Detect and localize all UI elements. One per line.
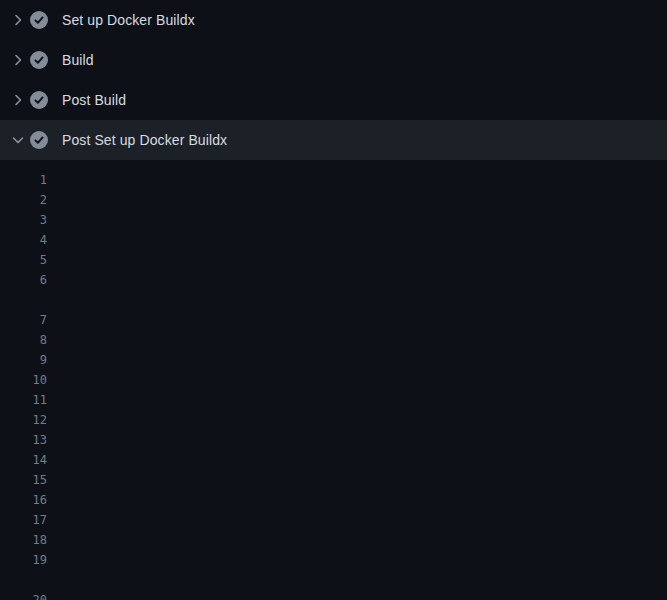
log-line: 9 time="2021-04-23T18:02:37Z" level=warn… xyxy=(0,350,667,370)
log-line: 2 ▼BuildKit container logs xyxy=(0,190,667,210)
line-number[interactable]: 6 xyxy=(0,270,47,290)
log-area: 1 Post job cleanup. 2 ▼BuildKit containe… xyxy=(0,160,667,600)
log-line: 19 time="2021-04-23T18:02:38Z" level=deb… xyxy=(0,550,667,570)
line-number[interactable]: 20 xyxy=(0,590,47,600)
workflow-log-viewer: Set up Docker Buildx Build Post Buil xyxy=(0,0,667,600)
step-label: Build xyxy=(62,52,94,68)
line-number[interactable]: 19 xyxy=(0,550,47,570)
steps-list: Set up Docker Buildx Build Post Buil xyxy=(0,0,667,160)
line-number[interactable]: 14 xyxy=(0,450,47,470)
log-line: 14 time="2021-04-23T18:02:38Z" level=deb… xyxy=(0,450,667,470)
log-line: linux/riscv64 linux/ppc64le linux/s390x … xyxy=(0,290,667,310)
log-line: 5 time="2021-04-23T18:02:37Z" level=warn… xyxy=(0,250,667,270)
log-line: 4 time="2021-04-23T18:02:37Z" level=info… xyxy=(0,230,667,250)
log-line: 12 time="2021-04-23T18:02:38Z" level=deb… xyxy=(0,410,667,430)
line-number[interactable]: 8 xyxy=(0,330,47,350)
log-line: 10 time="2021-04-23T18:02:37Z" level=inf… xyxy=(0,370,667,390)
log-line: 15 time="2021-04-23T18:02:38Z" level=deb… xyxy=(0,470,667,490)
check-circle-icon xyxy=(30,91,48,109)
line-number[interactable]: 4 xyxy=(0,230,47,250)
line-number[interactable]: 15 xyxy=(0,470,47,490)
chevron-icon xyxy=(10,12,26,28)
step-header[interactable]: Post Build xyxy=(0,80,667,120)
log-line: 6 time="2021-04-23T18:02:37Z" level=info… xyxy=(0,270,667,290)
line-number[interactable]: 18 xyxy=(0,530,47,550)
log-line: 8 time="2021-04-23T18:02:37Z" level=info… xyxy=(0,330,667,350)
line-number[interactable]: 9 xyxy=(0,350,47,370)
check-circle-icon xyxy=(30,131,48,149)
line-number[interactable]: 13 xyxy=(0,430,47,450)
chevron-icon xyxy=(10,52,26,68)
step-header[interactable]: Post Set up Docker Buildx xyxy=(0,120,667,160)
log-line: application/vnd.oci.image.index.v1+json,… xyxy=(0,570,667,590)
line-number[interactable]: 12 xyxy=(0,410,47,430)
log-line: 1 Post job cleanup. xyxy=(0,170,667,190)
log-line: 13 time="2021-04-23T18:02:38Z" level=deb… xyxy=(0,430,667,450)
log-line: 20 time="2021-04-23T18:02:38Z" level=deb… xyxy=(0,590,667,600)
line-number[interactable]: 10 xyxy=(0,370,47,390)
log-line: 17 time="2021-04-23T18:02:38Z" level=deb… xyxy=(0,510,667,530)
line-number[interactable]: 1 xyxy=(0,170,47,190)
log-line: 3 /usr/bin/docker logs buildx_buildkit_b… xyxy=(0,210,667,230)
chevron-icon xyxy=(10,132,26,148)
log-line: 18 time="2021-04-23T18:02:38Z" level=deb… xyxy=(0,530,667,550)
line-number[interactable]: 7 xyxy=(0,310,47,330)
line-number[interactable]: 2 xyxy=(0,190,47,210)
line-number[interactable]: 5 xyxy=(0,250,47,270)
log-line: 16 time="2021-04-23T18:02:38Z" level=deb… xyxy=(0,490,667,510)
check-circle-icon xyxy=(30,11,48,29)
step-label: Set up Docker Buildx xyxy=(62,12,195,28)
line-number[interactable]: 11 xyxy=(0,390,47,410)
check-circle-icon xyxy=(30,51,48,69)
line-number[interactable]: 3 xyxy=(0,210,47,230)
step-label: Post Build xyxy=(62,92,126,108)
line-number[interactable]: 17 xyxy=(0,510,47,530)
step-header[interactable]: Build xyxy=(0,40,667,80)
chevron-icon xyxy=(10,92,26,108)
step-label: Post Set up Docker Buildx xyxy=(62,132,227,148)
line-number[interactable]: 16 xyxy=(0,490,47,510)
log-line: 11 time="2021-04-23T18:02:38Z" level=deb… xyxy=(0,390,667,410)
step-header[interactable]: Set up Docker Buildx xyxy=(0,0,667,40)
log-line: 7 time="2021-04-23T18:02:37Z" level=warn… xyxy=(0,310,667,330)
